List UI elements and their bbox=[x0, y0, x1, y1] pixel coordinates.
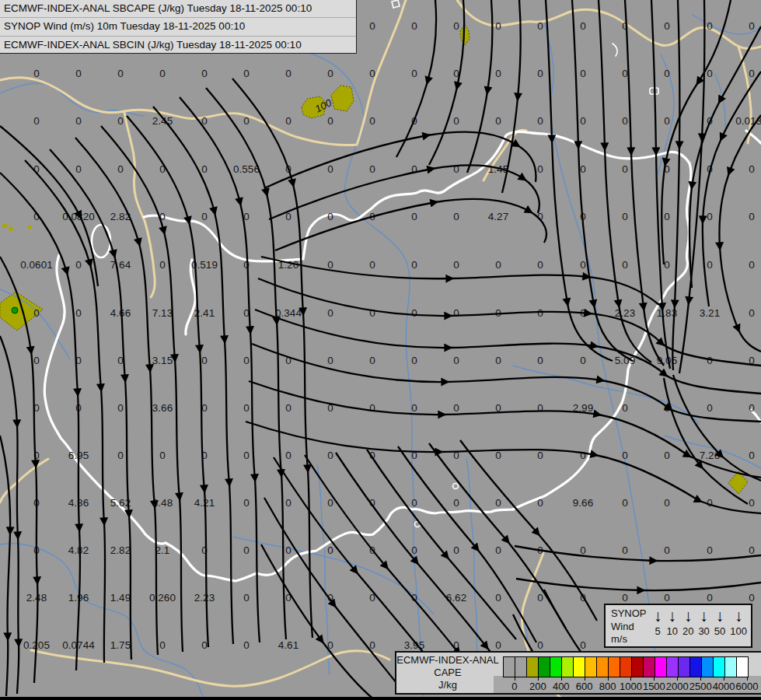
grid-value: 0 bbox=[369, 355, 375, 366]
grid-value: 0 bbox=[453, 115, 459, 127]
grid-value: 0 bbox=[411, 68, 417, 79]
cape-color-swatch bbox=[690, 657, 702, 677]
grid-value: 0 bbox=[749, 592, 755, 604]
grid-value: 0 bbox=[664, 592, 670, 604]
grid-value: 3.21 bbox=[700, 307, 720, 319]
grid-value: 0 bbox=[749, 402, 755, 414]
down-arrow-icon: ↓ bbox=[654, 606, 662, 626]
grid-value: 0 bbox=[580, 211, 586, 222]
grid-value: 0 bbox=[453, 639, 459, 651]
grid-value: 0 bbox=[369, 307, 375, 319]
grid-value: 0 bbox=[580, 639, 586, 651]
grid-value: 0 bbox=[411, 163, 417, 175]
grid-value: 6.95 bbox=[68, 450, 89, 461]
grid-value: 0 bbox=[369, 639, 375, 651]
down-arrow-icon: ↓ bbox=[735, 606, 743, 626]
station-marker bbox=[12, 307, 18, 313]
grid-value: 0 bbox=[327, 592, 333, 604]
cape-color-swatch bbox=[504, 657, 515, 677]
cape-color-swatch bbox=[562, 657, 574, 677]
grid-value: 0 bbox=[411, 307, 417, 319]
title-sbcin: ECMWF-INDEX-ANAL SBCIN (J/kg) Tuesday 18… bbox=[0, 36, 356, 54]
down-arrow-icon: ↓ bbox=[684, 606, 693, 626]
grid-value: 0 bbox=[369, 402, 375, 414]
grid-value: 7.64 bbox=[110, 259, 131, 271]
grid-value: 0 bbox=[707, 163, 713, 175]
grid-value: 0 bbox=[749, 259, 755, 271]
grid-value: 9.05 bbox=[657, 355, 677, 366]
grid-value: 0 bbox=[159, 163, 166, 175]
grid-value: 0 bbox=[664, 450, 670, 461]
grid-value: 0 bbox=[33, 68, 40, 79]
grid-value: 0 bbox=[327, 163, 333, 175]
grid-value: 0 bbox=[117, 355, 124, 366]
down-arrow-icon: ↓ bbox=[700, 606, 708, 626]
cape-color-swatch bbox=[667, 657, 679, 677]
grid-value: 0 bbox=[580, 115, 586, 127]
grid-value: 0 bbox=[117, 163, 124, 175]
grid-value: 0 bbox=[75, 402, 82, 414]
grid-value: 0 bbox=[117, 68, 124, 79]
grid-value: 0 bbox=[327, 402, 333, 414]
grid-value: 0 bbox=[580, 544, 586, 556]
grid-value: 0 bbox=[707, 497, 713, 509]
grid-value: 4.66 bbox=[110, 307, 131, 319]
grid-value: 2.45 bbox=[152, 115, 173, 127]
grid-value: 4.27 bbox=[488, 211, 508, 222]
grid-value: 0 bbox=[495, 592, 501, 604]
cape-color-swatch bbox=[679, 657, 690, 677]
down-arrow-icon: ↓ bbox=[716, 606, 724, 626]
grid-value: 0 bbox=[664, 402, 670, 414]
grid-value: 0 bbox=[159, 68, 166, 79]
grid-value: 0 bbox=[495, 544, 501, 556]
grid-value: 0 bbox=[33, 497, 40, 509]
grid-value: 0 bbox=[580, 20, 586, 32]
grid-value: 0 bbox=[411, 355, 417, 366]
wind-speed-label: 5 bbox=[655, 626, 661, 637]
grid-value: 0 bbox=[664, 497, 670, 509]
grid-value: 0 bbox=[327, 497, 333, 509]
grid-value: 0 bbox=[537, 402, 543, 414]
grid-value: 0 bbox=[285, 163, 291, 175]
grid-value: 0 bbox=[75, 259, 82, 271]
grid-value: 3.95 bbox=[404, 639, 424, 651]
cape-tick-label: 800 bbox=[599, 681, 616, 692]
cape-color-swatch bbox=[539, 657, 550, 677]
grid-value: 0 bbox=[749, 20, 755, 32]
grid-value: 7.26 bbox=[700, 450, 720, 461]
grid-value: 0 bbox=[495, 402, 501, 414]
cape-color-swatch bbox=[550, 657, 562, 677]
grid-value: 1.20 bbox=[278, 259, 298, 271]
grid-value: 0 bbox=[495, 259, 501, 271]
grid-value: 0.0601 bbox=[20, 259, 52, 271]
grid-value: 0 bbox=[243, 307, 250, 319]
grid-value: 0 bbox=[33, 163, 40, 175]
grid-value: 0 bbox=[159, 211, 166, 222]
grid-value: 0 bbox=[622, 163, 628, 175]
grid-value: 0 bbox=[369, 68, 375, 79]
grid-value: 0 bbox=[664, 68, 670, 79]
grid-value: 0 bbox=[75, 163, 82, 175]
title-wind: SYNOP Wind (m/s) 10m Tuesday 18-11-2025 … bbox=[0, 17, 356, 35]
bottom-border-strip bbox=[0, 697, 761, 700]
grid-value: 0 bbox=[369, 592, 375, 604]
grid-value: 0 bbox=[622, 544, 628, 556]
cape-tick-label: 2500 bbox=[689, 681, 712, 692]
grid-value: 0 bbox=[749, 211, 755, 222]
grid-value: 0 bbox=[285, 211, 291, 222]
wind-speed-label: 100 bbox=[730, 626, 747, 637]
grid-value: 0 bbox=[622, 211, 628, 222]
grid-value: 2.48 bbox=[26, 592, 47, 604]
grid-value: 0 bbox=[537, 450, 543, 461]
grid-value: 0 bbox=[664, 259, 670, 271]
grid-value: 0 bbox=[327, 639, 333, 651]
grid-value: 1.49 bbox=[110, 592, 131, 604]
grid-value: 0 bbox=[243, 497, 250, 509]
grid-value: 0 bbox=[707, 68, 713, 79]
grid-value: 0 bbox=[622, 115, 628, 127]
grid-value: 0 bbox=[537, 355, 543, 366]
grid-value: 2.82 bbox=[110, 211, 131, 222]
grid-value: 0 bbox=[495, 639, 501, 651]
grid-value: 0 bbox=[243, 259, 250, 271]
grid-value: 0 bbox=[285, 450, 291, 461]
